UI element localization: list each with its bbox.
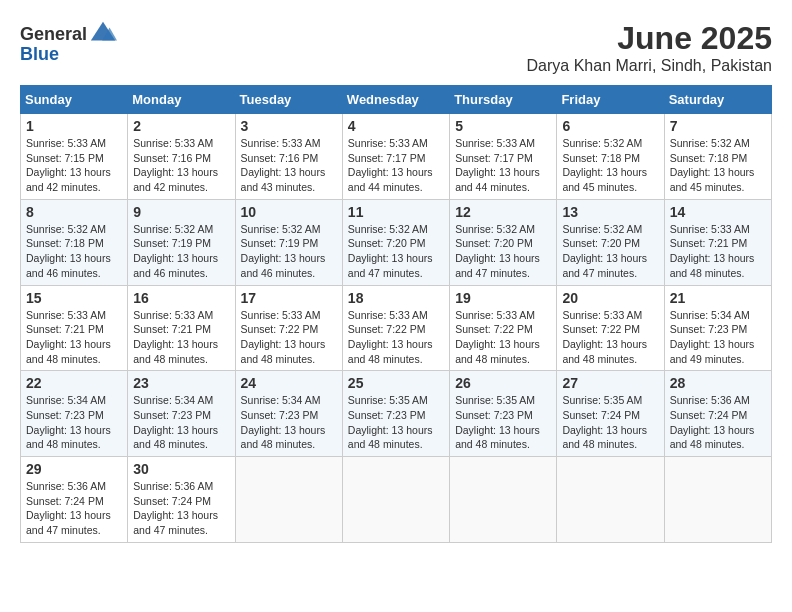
day-info: Sunrise: 5:34 AM Sunset: 7:23 PM Dayligh… [26,393,122,452]
day-number: 30 [133,461,229,477]
calendar-cell: 11Sunrise: 5:32 AM Sunset: 7:20 PM Dayli… [342,199,449,285]
calendar-cell [342,457,449,543]
day-info: Sunrise: 5:32 AM Sunset: 7:20 PM Dayligh… [562,222,658,281]
day-number: 17 [241,290,337,306]
day-number: 7 [670,118,766,134]
calendar-cell: 9Sunrise: 5:32 AM Sunset: 7:19 PM Daylig… [128,199,235,285]
day-info: Sunrise: 5:33 AM Sunset: 7:21 PM Dayligh… [26,308,122,367]
day-number: 10 [241,204,337,220]
day-info: Sunrise: 5:36 AM Sunset: 7:24 PM Dayligh… [670,393,766,452]
day-info: Sunrise: 5:32 AM Sunset: 7:18 PM Dayligh… [26,222,122,281]
day-info: Sunrise: 5:33 AM Sunset: 7:22 PM Dayligh… [455,308,551,367]
calendar-row: 1Sunrise: 5:33 AM Sunset: 7:15 PM Daylig… [21,114,772,200]
calendar-cell [450,457,557,543]
day-number: 2 [133,118,229,134]
calendar-cell: 12Sunrise: 5:32 AM Sunset: 7:20 PM Dayli… [450,199,557,285]
logo-blue: Blue [20,44,59,65]
day-info: Sunrise: 5:32 AM Sunset: 7:20 PM Dayligh… [455,222,551,281]
day-number: 8 [26,204,122,220]
day-number: 4 [348,118,444,134]
calendar-cell: 15Sunrise: 5:33 AM Sunset: 7:21 PM Dayli… [21,285,128,371]
day-number: 25 [348,375,444,391]
calendar-cell: 18Sunrise: 5:33 AM Sunset: 7:22 PM Dayli… [342,285,449,371]
day-info: Sunrise: 5:33 AM Sunset: 7:17 PM Dayligh… [455,136,551,195]
calendar-cell: 7Sunrise: 5:32 AM Sunset: 7:18 PM Daylig… [664,114,771,200]
header-tuesday: Tuesday [235,86,342,114]
calendar-cell: 5Sunrise: 5:33 AM Sunset: 7:17 PM Daylig… [450,114,557,200]
calendar-cell: 23Sunrise: 5:34 AM Sunset: 7:23 PM Dayli… [128,371,235,457]
calendar-cell: 22Sunrise: 5:34 AM Sunset: 7:23 PM Dayli… [21,371,128,457]
calendar-cell: 8Sunrise: 5:32 AM Sunset: 7:18 PM Daylig… [21,199,128,285]
header-saturday: Saturday [664,86,771,114]
calendar-cell: 29Sunrise: 5:36 AM Sunset: 7:24 PM Dayli… [21,457,128,543]
day-info: Sunrise: 5:32 AM Sunset: 7:18 PM Dayligh… [562,136,658,195]
calendar-cell [557,457,664,543]
day-info: Sunrise: 5:32 AM Sunset: 7:19 PM Dayligh… [241,222,337,281]
calendar-cell: 24Sunrise: 5:34 AM Sunset: 7:23 PM Dayli… [235,371,342,457]
calendar-row: 15Sunrise: 5:33 AM Sunset: 7:21 PM Dayli… [21,285,772,371]
day-info: Sunrise: 5:32 AM Sunset: 7:19 PM Dayligh… [133,222,229,281]
day-number: 12 [455,204,551,220]
day-info: Sunrise: 5:33 AM Sunset: 7:21 PM Dayligh… [670,222,766,281]
day-number: 24 [241,375,337,391]
day-info: Sunrise: 5:36 AM Sunset: 7:24 PM Dayligh… [133,479,229,538]
day-info: Sunrise: 5:33 AM Sunset: 7:22 PM Dayligh… [562,308,658,367]
day-number: 23 [133,375,229,391]
calendar-row: 8Sunrise: 5:32 AM Sunset: 7:18 PM Daylig… [21,199,772,285]
day-info: Sunrise: 5:32 AM Sunset: 7:18 PM Dayligh… [670,136,766,195]
calendar-row: 29Sunrise: 5:36 AM Sunset: 7:24 PM Dayli… [21,457,772,543]
day-number: 28 [670,375,766,391]
calendar-table: Sunday Monday Tuesday Wednesday Thursday… [20,85,772,543]
header-sunday: Sunday [21,86,128,114]
calendar-cell: 26Sunrise: 5:35 AM Sunset: 7:23 PM Dayli… [450,371,557,457]
calendar-cell: 25Sunrise: 5:35 AM Sunset: 7:23 PM Dayli… [342,371,449,457]
logo-icon [89,20,117,48]
day-number: 9 [133,204,229,220]
calendar-row: 22Sunrise: 5:34 AM Sunset: 7:23 PM Dayli… [21,371,772,457]
calendar-cell: 3Sunrise: 5:33 AM Sunset: 7:16 PM Daylig… [235,114,342,200]
day-number: 11 [348,204,444,220]
day-info: Sunrise: 5:36 AM Sunset: 7:24 PM Dayligh… [26,479,122,538]
page-title: June 2025 [527,20,772,57]
calendar-cell: 17Sunrise: 5:33 AM Sunset: 7:22 PM Dayli… [235,285,342,371]
day-info: Sunrise: 5:32 AM Sunset: 7:20 PM Dayligh… [348,222,444,281]
day-info: Sunrise: 5:35 AM Sunset: 7:24 PM Dayligh… [562,393,658,452]
day-info: Sunrise: 5:33 AM Sunset: 7:22 PM Dayligh… [348,308,444,367]
header-monday: Monday [128,86,235,114]
day-info: Sunrise: 5:34 AM Sunset: 7:23 PM Dayligh… [241,393,337,452]
day-info: Sunrise: 5:34 AM Sunset: 7:23 PM Dayligh… [133,393,229,452]
day-info: Sunrise: 5:33 AM Sunset: 7:22 PM Dayligh… [241,308,337,367]
day-number: 13 [562,204,658,220]
day-number: 26 [455,375,551,391]
page-subtitle: Darya Khan Marri, Sindh, Pakistan [527,57,772,75]
day-info: Sunrise: 5:35 AM Sunset: 7:23 PM Dayligh… [348,393,444,452]
calendar-header-row: Sunday Monday Tuesday Wednesday Thursday… [21,86,772,114]
calendar-cell: 19Sunrise: 5:33 AM Sunset: 7:22 PM Dayli… [450,285,557,371]
calendar-cell [235,457,342,543]
day-number: 18 [348,290,444,306]
header-friday: Friday [557,86,664,114]
day-number: 19 [455,290,551,306]
header-wednesday: Wednesday [342,86,449,114]
day-number: 27 [562,375,658,391]
day-info: Sunrise: 5:34 AM Sunset: 7:23 PM Dayligh… [670,308,766,367]
calendar-cell [664,457,771,543]
day-number: 5 [455,118,551,134]
calendar-cell: 13Sunrise: 5:32 AM Sunset: 7:20 PM Dayli… [557,199,664,285]
calendar-cell: 20Sunrise: 5:33 AM Sunset: 7:22 PM Dayli… [557,285,664,371]
calendar-cell: 21Sunrise: 5:34 AM Sunset: 7:23 PM Dayli… [664,285,771,371]
page-header: General Blue June 2025 Darya Khan Marri,… [20,20,772,75]
calendar-cell: 16Sunrise: 5:33 AM Sunset: 7:21 PM Dayli… [128,285,235,371]
calendar-cell: 30Sunrise: 5:36 AM Sunset: 7:24 PM Dayli… [128,457,235,543]
calendar-cell: 4Sunrise: 5:33 AM Sunset: 7:17 PM Daylig… [342,114,449,200]
calendar-cell: 28Sunrise: 5:36 AM Sunset: 7:24 PM Dayli… [664,371,771,457]
day-number: 29 [26,461,122,477]
calendar-cell: 10Sunrise: 5:32 AM Sunset: 7:19 PM Dayli… [235,199,342,285]
day-number: 16 [133,290,229,306]
day-number: 22 [26,375,122,391]
calendar-cell: 2Sunrise: 5:33 AM Sunset: 7:16 PM Daylig… [128,114,235,200]
calendar-cell: 27Sunrise: 5:35 AM Sunset: 7:24 PM Dayli… [557,371,664,457]
header-thursday: Thursday [450,86,557,114]
day-info: Sunrise: 5:33 AM Sunset: 7:17 PM Dayligh… [348,136,444,195]
title-section: June 2025 Darya Khan Marri, Sindh, Pakis… [527,20,772,75]
